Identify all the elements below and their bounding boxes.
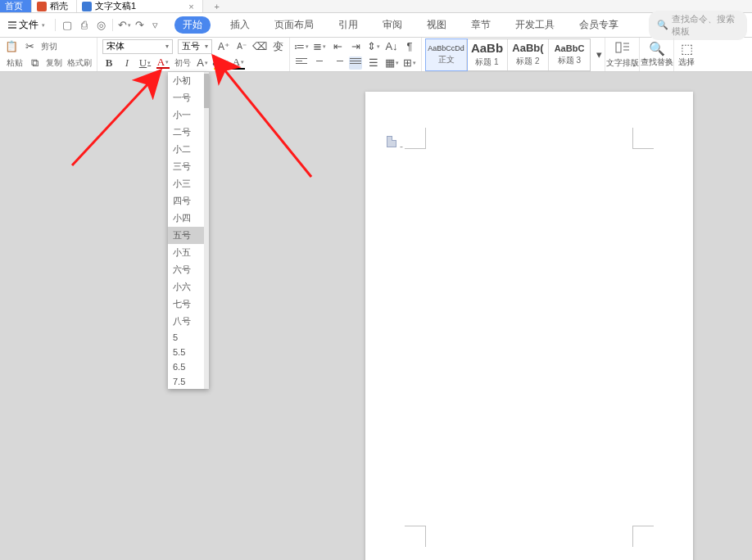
size-option[interactable]: 二号 (168, 124, 209, 141)
tab-close-button[interactable]: × (188, 2, 193, 11)
font-name-combo[interactable]: 宋体 ▾ (102, 39, 173, 54)
text-effect-button[interactable]: A▾ (196, 56, 209, 70)
plus-icon: + (208, 2, 226, 11)
redo-icon[interactable]: ↷ (134, 19, 146, 31)
text-layout-label: 文字排版 (606, 57, 639, 69)
font-color2-button[interactable]: A▾ (232, 56, 245, 70)
size-option[interactable]: 7.5 (168, 374, 209, 389)
shading-button[interactable]: ▦▾ (385, 56, 398, 70)
align-justify-button[interactable] (349, 56, 362, 70)
undo-icon[interactable]: ↶▾ (118, 19, 130, 31)
style-label: 标题 1 (475, 56, 498, 68)
style-preview: AaBbCcDd (428, 44, 464, 52)
style-preview: AaBb( (512, 42, 543, 54)
size-option[interactable]: 6.5 (168, 359, 209, 374)
line-spacing-button[interactable]: ⇕▾ (367, 40, 380, 53)
paste-button[interactable]: 📋 (5, 40, 18, 53)
style-label: 标题 3 (558, 55, 581, 66)
ribbon-tab-member[interactable]: 会员专享 (574, 16, 623, 34)
bullets-button[interactable]: ≔▾ (295, 40, 308, 53)
decrease-indent-button[interactable]: ⇤ (331, 40, 344, 53)
shrink-font-button[interactable]: A⁻ (235, 40, 248, 53)
size-option-selected[interactable]: 五号 (168, 227, 209, 244)
page-icon (387, 136, 396, 147)
size-option[interactable]: 小一 (168, 106, 209, 124)
bold-button[interactable]: B (102, 56, 116, 70)
cut-button[interactable]: ✂ (23, 40, 36, 53)
tab-new[interactable]: + (203, 0, 234, 12)
find-replace-button[interactable]: 🔍 查找替换 (640, 38, 674, 71)
size-option[interactable]: 六号 (168, 261, 209, 278)
sort-button[interactable]: A↓ (385, 40, 398, 53)
dropdown-scroll-thumb[interactable] (204, 74, 209, 108)
size-option[interactable]: 四号 (168, 192, 209, 210)
size-option[interactable]: 一号 (168, 89, 209, 106)
font-size-dropdown: 小初 一号 小一 二号 小二 三号 小三 四号 小四 五号 小五 六号 小六 七… (168, 72, 209, 389)
style-heading3[interactable]: AaBbC 标题 3 (549, 39, 590, 70)
ribbon-tab-view[interactable]: 视图 (422, 16, 451, 34)
dropdown-icon[interactable]: ▿ (149, 19, 161, 31)
search-box[interactable]: 🔍 查找命令、搜索模板 (649, 11, 747, 40)
copy-button[interactable]: ⧉ (28, 56, 41, 70)
print-icon[interactable]: ⎙ (78, 19, 90, 31)
copy-label: 复制 (46, 57, 62, 69)
margin-corner-br (632, 526, 654, 547)
align-right-button[interactable] (331, 56, 344, 70)
style-heading1[interactable]: AaBb 标题 1 (467, 39, 508, 70)
style-gallery-more[interactable]: ▾ (594, 38, 605, 71)
size-option[interactable]: 小六 (168, 278, 209, 296)
ribbon-tabs: 开始 插入 页面布局 引用 审阅 视图 章节 开发工具 会员专享 (174, 16, 623, 34)
ribbon-tab-review[interactable]: 审阅 (378, 16, 407, 34)
ribbon-tab-layout[interactable]: 页面布局 (270, 16, 319, 34)
phonetic-guide-button[interactable]: 变 (271, 40, 284, 53)
file-menu[interactable]: 文件 ▾ (5, 16, 48, 34)
tab-doc-label: 文字文稿1 (95, 0, 136, 12)
style-normal[interactable]: AaBbCcDd 正文 (426, 39, 467, 70)
distributed-button[interactable]: ☰ (367, 56, 380, 70)
ribbon-tab-chapter[interactable]: 章节 (466, 16, 496, 34)
save-icon[interactable]: ▢ (61, 19, 73, 31)
text-layout-button[interactable]: 文字排版 (605, 38, 640, 71)
dropdown-scrollbar[interactable] (204, 72, 209, 389)
size-option[interactable]: 八号 (168, 313, 209, 330)
font-size-combo[interactable]: 五号 ▾ (178, 39, 212, 54)
style-label: 标题 2 (516, 56, 539, 67)
numbering-button[interactable]: ≣▾ (313, 40, 326, 53)
size-option[interactable]: 5 (168, 330, 209, 345)
size-option[interactable]: 5.5 (168, 345, 209, 359)
tab-document[interactable]: 文字文稿1 × (77, 0, 203, 12)
search-icon: 🔍 (657, 20, 668, 30)
search-placeholder: 查找命令、搜索模板 (672, 13, 739, 38)
clear-format-button[interactable]: ⌫ (253, 40, 266, 53)
style-heading2[interactable]: AaBb( 标题 2 (508, 39, 549, 70)
italic-button[interactable]: I (120, 56, 134, 70)
size-option[interactable]: 七号 (168, 296, 209, 313)
align-center-button[interactable] (313, 56, 326, 70)
tab-home[interactable]: 首页 (0, 0, 32, 12)
underline-button[interactable]: U▾ (138, 56, 152, 70)
align-left-button[interactable] (295, 56, 308, 70)
size-option[interactable]: 小二 (168, 141, 209, 158)
font-color-button[interactable]: A▾ (156, 57, 170, 69)
ribbon-tab-insert[interactable]: 插入 (225, 16, 255, 34)
size-option[interactable]: 小初 (168, 72, 209, 89)
ribbon-tab-start[interactable]: 开始 (174, 16, 211, 34)
size-option[interactable]: 小四 (168, 210, 209, 227)
highlight-button[interactable]: ab▾ (214, 56, 227, 70)
size-option[interactable]: 三号 (168, 158, 209, 175)
document-page[interactable]: - (365, 92, 693, 560)
ribbon-tab-devtools[interactable]: 开发工具 (510, 16, 559, 34)
borders-button[interactable]: ⊞▾ (403, 56, 416, 70)
print-preview-icon[interactable]: ◎ (95, 19, 107, 31)
increase-indent-button[interactable]: ⇥ (349, 40, 362, 53)
margin-corner-tr (632, 128, 654, 149)
size-option[interactable]: 小三 (168, 175, 209, 192)
tab-daoqiao[interactable]: 稻壳 (32, 0, 77, 12)
hamburger-icon (8, 21, 16, 29)
show-marks-button[interactable]: ¶ (403, 40, 416, 53)
grow-font-button[interactable]: A⁺ (217, 40, 230, 53)
file-menu-label: 文件 (19, 18, 39, 32)
select-button[interactable]: ⬚ 选择 (674, 38, 699, 71)
ribbon-tab-reference[interactable]: 引用 (333, 16, 363, 34)
size-option[interactable]: 小五 (168, 244, 209, 261)
